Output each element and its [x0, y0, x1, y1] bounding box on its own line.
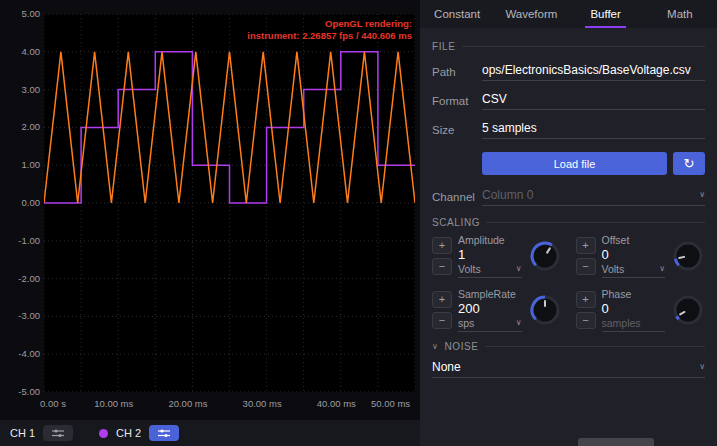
x-tick-label: 20.00 ms — [168, 398, 207, 409]
refresh-icon[interactable]: ↻ — [673, 152, 705, 175]
scaling-section-title: SCALING — [432, 217, 480, 228]
x-tick-label: 0.00 s — [40, 398, 66, 409]
y-tick-label: 2.00 — [2, 121, 40, 132]
phase-unit: samples — [602, 317, 666, 332]
noise-section-title: NOISE — [444, 341, 478, 352]
offset-increment-button[interactable]: + — [576, 237, 596, 254]
offset-value[interactable]: 0 — [602, 247, 666, 262]
amplitude-control: + − Amplitude 1 Volts ∨ — [432, 234, 562, 278]
format-input[interactable] — [482, 92, 705, 110]
y-tick-label: -2.00 — [2, 273, 40, 284]
phase-label: Phase — [602, 288, 666, 300]
offset-decrement-button[interactable]: − — [576, 258, 596, 275]
format-label: Format — [432, 95, 482, 110]
phase-unit-text: samples — [602, 317, 641, 329]
x-tick-label: 50.00 ms — [371, 398, 410, 409]
amplitude-label: Amplitude — [458, 234, 522, 246]
samplerate-unit-select[interactable]: sps ∨ — [458, 317, 522, 332]
phase-increment-button[interactable]: + — [576, 291, 596, 308]
channel1-label[interactable]: CH 1 — [10, 427, 35, 439]
chevron-down-icon: ∨ — [699, 191, 705, 199]
y-tick-label: 5.00 — [2, 8, 40, 19]
amplitude-increment-button[interactable]: + — [432, 237, 452, 254]
chevron-down-icon: ∨ — [659, 265, 665, 273]
samplerate-control: + − SampleRate 200 sps ∨ — [432, 288, 562, 332]
load-file-button[interactable]: Load file — [482, 152, 667, 175]
phase-value[interactable]: 0 — [602, 301, 666, 316]
amplitude-unit-select[interactable]: Volts ∨ — [458, 263, 522, 278]
tab-waveform[interactable]: Waveform — [494, 0, 568, 28]
size-label: Size — [432, 124, 482, 139]
tab-buffer[interactable]: Buffer — [569, 0, 643, 28]
amplitude-unit: Volts — [458, 263, 481, 275]
phase-control: + − Phase 0 samples — [576, 288, 706, 332]
samplerate-label: SampleRate — [458, 288, 522, 300]
chevron-down-icon: ∨ — [699, 363, 705, 371]
phase-knob[interactable] — [671, 293, 705, 327]
file-section-header: FILE — [432, 41, 705, 52]
x-tick-label: 30.00 ms — [243, 398, 282, 409]
size-input[interactable] — [482, 121, 705, 139]
x-tick-label: 40.00 ms — [317, 398, 356, 409]
offset-unit: Volts — [602, 263, 625, 275]
y-tick-label: -4.00 — [2, 348, 40, 359]
noise-select-value: None — [432, 360, 461, 374]
y-tick-label: 4.00 — [2, 46, 40, 57]
sliders-icon — [157, 428, 171, 438]
mode-tabs: Constant Waveform Buffer Math — [420, 0, 717, 28]
offset-knob[interactable] — [671, 239, 705, 273]
channel2-color-dot — [99, 429, 108, 438]
channel1-settings-button[interactable] — [43, 425, 73, 441]
y-tick-label: 3.00 — [2, 84, 40, 95]
amplitude-value[interactable]: 1 — [458, 247, 522, 262]
samplerate-unit: sps — [458, 317, 474, 329]
y-tick-label: -5.00 — [2, 386, 40, 397]
path-input[interactable] — [482, 63, 705, 81]
offset-label: Offset — [602, 234, 666, 246]
scaling-section-header: SCALING — [432, 217, 705, 228]
path-label: Path — [432, 66, 482, 81]
amplitude-decrement-button[interactable]: − — [432, 258, 452, 275]
chevron-down-icon: ∨ — [516, 265, 522, 273]
channel-bar: CH 1 CH 2 — [0, 420, 420, 446]
offset-unit-select[interactable]: Volts ∨ — [602, 263, 666, 278]
y-tick-label: -3.00 — [2, 310, 40, 321]
samplerate-knob[interactable] — [528, 293, 562, 327]
channel-label: Channel — [432, 191, 482, 206]
tab-constant[interactable]: Constant — [420, 0, 494, 28]
phase-decrement-button[interactable]: − — [576, 312, 596, 329]
sliders-icon — [51, 428, 65, 438]
y-tick-label: 1.00 — [2, 159, 40, 170]
samplerate-increment-button[interactable]: + — [432, 291, 452, 308]
app-window: 5.004.003.002.001.000.00-1.00-2.00-3.00-… — [0, 0, 717, 446]
offset-control: + − Offset 0 Volts ∨ — [576, 234, 706, 278]
chevron-down-icon: ∨ — [432, 343, 438, 351]
channel2-label[interactable]: CH 2 — [116, 427, 141, 439]
y-tick-label: -1.00 — [2, 235, 40, 246]
channel-select[interactable]: Column 0 ∨ — [482, 188, 705, 206]
noise-section-header[interactable]: ∨ NOISE — [432, 341, 705, 352]
samplerate-decrement-button[interactable]: − — [432, 312, 452, 329]
noise-select[interactable]: None ∨ — [432, 360, 705, 378]
samplerate-value[interactable]: 200 — [458, 301, 522, 316]
scaling-controls: + − Amplitude 1 Volts ∨ — [432, 234, 705, 332]
amplitude-knob[interactable] — [528, 239, 562, 273]
signal-generator-panel: Constant Waveform Buffer Math FILE Path … — [420, 0, 717, 446]
channel2-settings-button[interactable] — [149, 425, 179, 441]
channel-select-value: Column 0 — [482, 188, 533, 202]
tab-math[interactable]: Math — [643, 0, 717, 28]
x-tick-label: 10.00 ms — [94, 398, 133, 409]
y-tick-label: 0.00 — [2, 197, 40, 208]
oscilloscope-display: 5.004.003.002.001.000.00-1.00-2.00-3.00-… — [0, 0, 420, 420]
scope-plot[interactable] — [44, 14, 415, 392]
file-section-title: FILE — [432, 41, 456, 52]
cutoff-partial-control[interactable] — [578, 438, 654, 446]
chevron-down-icon: ∨ — [516, 319, 522, 327]
scope-waveform-svg — [44, 14, 415, 392]
